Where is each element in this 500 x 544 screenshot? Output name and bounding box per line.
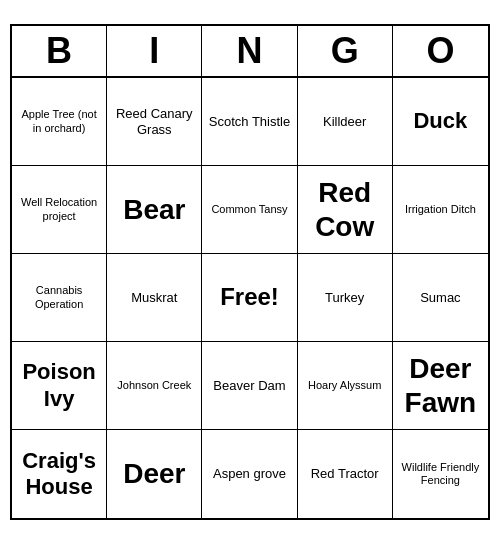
cell-text-small: Well Relocation project: [16, 196, 102, 222]
bingo-cell: Deer: [107, 430, 202, 518]
cell-text-normal: Muskrat: [131, 290, 177, 306]
cell-text-small: Common Tansy: [211, 203, 287, 216]
bingo-cell: Killdeer: [298, 78, 393, 166]
header-letter: O: [393, 26, 488, 76]
cell-text-normal: Aspen grove: [213, 466, 286, 482]
cell-text-normal: Red Tractor: [311, 466, 379, 482]
cell-text-small: Johnson Creek: [117, 379, 191, 392]
bingo-cell: Bear: [107, 166, 202, 254]
bingo-cell: Well Relocation project: [12, 166, 107, 254]
bingo-cell: Turkey: [298, 254, 393, 342]
bingo-cell: Scotch Thistle: [202, 78, 297, 166]
bingo-cell: Free!: [202, 254, 297, 342]
bingo-cell: Poison Ivy: [12, 342, 107, 430]
cell-text-normal: Beaver Dam: [213, 378, 285, 394]
cell-text-normal: Sumac: [420, 290, 460, 306]
bingo-cell: Johnson Creek: [107, 342, 202, 430]
bingo-grid: Apple Tree (not in orchard)Reed Canary G…: [12, 78, 488, 518]
cell-text-small: Hoary Alyssum: [308, 379, 381, 392]
header-letter: N: [202, 26, 297, 76]
bingo-cell: Craig's House: [12, 430, 107, 518]
cell-text-large: Duck: [413, 108, 467, 134]
cell-text-small: Apple Tree (not in orchard): [16, 108, 102, 134]
bingo-cell: Aspen grove: [202, 430, 297, 518]
cell-text-small: Irrigation Ditch: [405, 203, 476, 216]
free-space-text: Free!: [220, 283, 279, 312]
bingo-cell: Red Tractor: [298, 430, 393, 518]
bingo-cell: Duck: [393, 78, 488, 166]
cell-text-xlarge: Deer Fawn: [397, 352, 484, 419]
cell-text-small: Cannabis Operation: [16, 284, 102, 310]
bingo-cell: Wildlife Friendly Fencing: [393, 430, 488, 518]
cell-text-xlarge: Red Cow: [302, 176, 388, 243]
bingo-cell: Beaver Dam: [202, 342, 297, 430]
header-letter: B: [12, 26, 107, 76]
cell-text-normal: Scotch Thistle: [209, 114, 290, 130]
header-letter: G: [298, 26, 393, 76]
bingo-cell: Irrigation Ditch: [393, 166, 488, 254]
bingo-cell: Hoary Alyssum: [298, 342, 393, 430]
bingo-card: BINGO Apple Tree (not in orchard)Reed Ca…: [10, 24, 490, 520]
cell-text-xlarge: Bear: [123, 193, 185, 227]
bingo-cell: Apple Tree (not in orchard): [12, 78, 107, 166]
bingo-cell: Red Cow: [298, 166, 393, 254]
cell-text-normal: Killdeer: [323, 114, 366, 130]
bingo-cell: Muskrat: [107, 254, 202, 342]
cell-text-large: Poison Ivy: [16, 359, 102, 412]
cell-text-normal: Turkey: [325, 290, 364, 306]
cell-text-small: Wildlife Friendly Fencing: [397, 461, 484, 487]
cell-text-large: Craig's House: [16, 448, 102, 501]
header-letter: I: [107, 26, 202, 76]
bingo-header: BINGO: [12, 26, 488, 78]
bingo-cell: Deer Fawn: [393, 342, 488, 430]
bingo-cell: Sumac: [393, 254, 488, 342]
cell-text-xlarge: Deer: [123, 457, 185, 491]
cell-text-normal: Reed Canary Grass: [111, 106, 197, 137]
bingo-cell: Reed Canary Grass: [107, 78, 202, 166]
bingo-cell: Common Tansy: [202, 166, 297, 254]
bingo-cell: Cannabis Operation: [12, 254, 107, 342]
